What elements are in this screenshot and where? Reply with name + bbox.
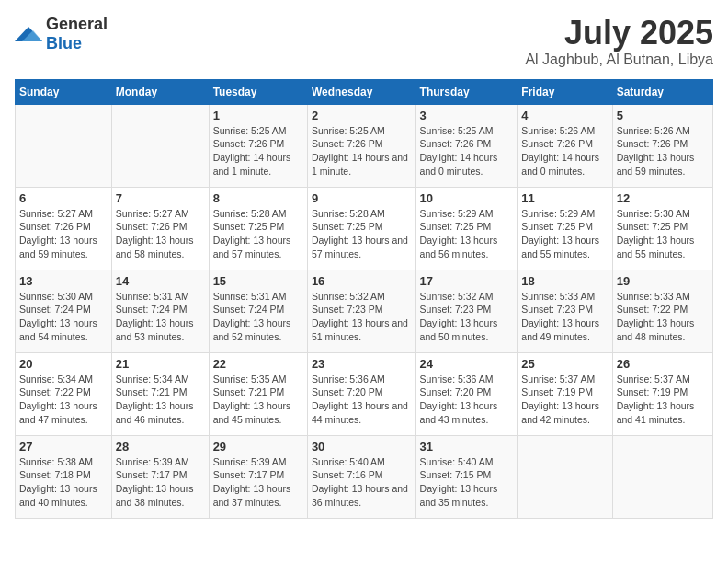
calendar-cell: 8Sunrise: 5:28 AM Sunset: 7:25 PM Daylig… — [209, 187, 307, 270]
calendar-cell: 9Sunrise: 5:28 AM Sunset: 7:25 PM Daylig… — [307, 187, 415, 270]
day-number: 9 — [312, 191, 412, 205]
day-number: 29 — [213, 440, 303, 454]
day-number: 13 — [19, 274, 108, 288]
page-header: General Blue July 2025 Al Jaghbub, Al Bu… — [15, 15, 713, 68]
calendar-cell: 29Sunrise: 5:39 AM Sunset: 7:17 PM Dayli… — [209, 435, 307, 518]
logo-blue: Blue — [46, 34, 82, 52]
calendar-title: July 2025 — [525, 15, 713, 52]
day-info: Sunrise: 5:33 AM Sunset: 7:22 PM Dayligh… — [617, 290, 709, 344]
day-number: 1 — [213, 109, 303, 122]
day-number: 12 — [617, 191, 709, 205]
calendar-cell: 3Sunrise: 5:25 AM Sunset: 7:26 PM Daylig… — [415, 104, 518, 187]
day-info: Sunrise: 5:26 AM Sunset: 7:26 PM Dayligh… — [617, 124, 709, 178]
calendar-cell: 5Sunrise: 5:26 AM Sunset: 7:26 PM Daylig… — [612, 104, 712, 187]
calendar-cell: 1Sunrise: 5:25 AM Sunset: 7:26 PM Daylig… — [209, 104, 307, 187]
calendar-table: SundayMondayTuesdayWednesdayThursdayFrid… — [15, 79, 713, 519]
calendar-cell: 15Sunrise: 5:31 AM Sunset: 7:24 PM Dayli… — [209, 270, 307, 352]
calendar-week-4: 20Sunrise: 5:34 AM Sunset: 7:22 PM Dayli… — [16, 352, 713, 435]
calendar-week-5: 27Sunrise: 5:38 AM Sunset: 7:18 PM Dayli… — [16, 435, 713, 518]
day-number: 19 — [617, 274, 709, 288]
calendar-cell: 22Sunrise: 5:35 AM Sunset: 7:21 PM Dayli… — [209, 352, 307, 435]
day-info: Sunrise: 5:37 AM Sunset: 7:19 PM Dayligh… — [617, 373, 709, 427]
day-info: Sunrise: 5:38 AM Sunset: 7:18 PM Dayligh… — [19, 455, 108, 510]
day-info: Sunrise: 5:32 AM Sunset: 7:23 PM Dayligh… — [312, 290, 412, 344]
day-info: Sunrise: 5:25 AM Sunset: 7:26 PM Dayligh… — [213, 124, 303, 178]
calendar-week-3: 13Sunrise: 5:30 AM Sunset: 7:24 PM Dayli… — [16, 270, 713, 352]
calendar-cell: 6Sunrise: 5:27 AM Sunset: 7:26 PM Daylig… — [16, 187, 112, 270]
calendar-cell: 24Sunrise: 5:36 AM Sunset: 7:20 PM Dayli… — [415, 352, 518, 435]
day-number: 26 — [617, 357, 709, 371]
day-info: Sunrise: 5:30 AM Sunset: 7:24 PM Dayligh… — [19, 290, 108, 344]
calendar-cell: 31Sunrise: 5:40 AM Sunset: 7:15 PM Dayli… — [415, 435, 518, 518]
day-info: Sunrise: 5:34 AM Sunset: 7:21 PM Dayligh… — [116, 373, 205, 427]
day-number: 8 — [213, 191, 303, 205]
logo: General Blue — [15, 15, 108, 53]
logo-icon — [15, 23, 42, 45]
day-number: 16 — [312, 274, 412, 288]
calendar-cell: 7Sunrise: 5:27 AM Sunset: 7:26 PM Daylig… — [111, 187, 209, 270]
calendar-cell: 18Sunrise: 5:33 AM Sunset: 7:23 PM Dayli… — [518, 270, 612, 352]
day-info: Sunrise: 5:31 AM Sunset: 7:24 PM Dayligh… — [116, 290, 205, 344]
day-info: Sunrise: 5:28 AM Sunset: 7:25 PM Dayligh… — [213, 207, 303, 261]
weekday-header-friday: Friday — [518, 79, 612, 104]
day-info: Sunrise: 5:36 AM Sunset: 7:20 PM Dayligh… — [312, 373, 412, 427]
day-info: Sunrise: 5:29 AM Sunset: 7:25 PM Dayligh… — [420, 207, 514, 261]
day-info: Sunrise: 5:36 AM Sunset: 7:20 PM Dayligh… — [420, 373, 514, 427]
day-info: Sunrise: 5:31 AM Sunset: 7:24 PM Dayligh… — [213, 290, 303, 344]
day-info: Sunrise: 5:34 AM Sunset: 7:22 PM Dayligh… — [19, 373, 108, 427]
day-number: 20 — [19, 357, 108, 371]
day-info: Sunrise: 5:27 AM Sunset: 7:26 PM Dayligh… — [116, 207, 205, 261]
day-info: Sunrise: 5:40 AM Sunset: 7:15 PM Dayligh… — [420, 455, 514, 510]
calendar-cell — [518, 435, 612, 518]
title-block: July 2025 Al Jaghbub, Al Butnan, Libya — [525, 15, 713, 68]
calendar-subtitle: Al Jaghbub, Al Butnan, Libya — [525, 52, 713, 68]
day-number: 3 — [420, 109, 514, 122]
calendar-body: 1Sunrise: 5:25 AM Sunset: 7:26 PM Daylig… — [16, 104, 713, 518]
calendar-cell: 28Sunrise: 5:39 AM Sunset: 7:17 PM Dayli… — [111, 435, 209, 518]
weekday-header-wednesday: Wednesday — [307, 79, 415, 104]
calendar-cell: 26Sunrise: 5:37 AM Sunset: 7:19 PM Dayli… — [612, 352, 712, 435]
day-info: Sunrise: 5:30 AM Sunset: 7:25 PM Dayligh… — [617, 207, 709, 261]
day-number: 30 — [312, 440, 412, 454]
calendar-cell: 11Sunrise: 5:29 AM Sunset: 7:25 PM Dayli… — [518, 187, 612, 270]
day-number: 31 — [420, 440, 514, 454]
calendar-cell: 19Sunrise: 5:33 AM Sunset: 7:22 PM Dayli… — [612, 270, 712, 352]
calendar-cell: 21Sunrise: 5:34 AM Sunset: 7:21 PM Dayli… — [111, 352, 209, 435]
day-number: 15 — [213, 274, 303, 288]
day-number: 23 — [312, 357, 412, 371]
day-info: Sunrise: 5:39 AM Sunset: 7:17 PM Dayligh… — [116, 455, 205, 510]
day-number: 7 — [116, 191, 205, 205]
day-info: Sunrise: 5:25 AM Sunset: 7:26 PM Dayligh… — [312, 124, 412, 178]
calendar-cell: 30Sunrise: 5:40 AM Sunset: 7:16 PM Dayli… — [307, 435, 415, 518]
calendar-cell: 25Sunrise: 5:37 AM Sunset: 7:19 PM Dayli… — [518, 352, 612, 435]
day-number: 2 — [312, 109, 412, 122]
weekday-header-saturday: Saturday — [612, 79, 712, 104]
calendar-cell: 13Sunrise: 5:30 AM Sunset: 7:24 PM Dayli… — [16, 270, 112, 352]
calendar-cell: 10Sunrise: 5:29 AM Sunset: 7:25 PM Dayli… — [415, 187, 518, 270]
logo-general: General — [46, 15, 108, 33]
day-number: 5 — [617, 109, 709, 122]
day-info: Sunrise: 5:37 AM Sunset: 7:19 PM Dayligh… — [521, 373, 608, 427]
logo-text: General Blue — [46, 15, 108, 53]
calendar-cell — [16, 104, 112, 187]
day-info: Sunrise: 5:27 AM Sunset: 7:26 PM Dayligh… — [19, 207, 108, 261]
day-number: 6 — [19, 191, 108, 205]
day-info: Sunrise: 5:29 AM Sunset: 7:25 PM Dayligh… — [521, 207, 608, 261]
day-number: 22 — [213, 357, 303, 371]
calendar-cell: 14Sunrise: 5:31 AM Sunset: 7:24 PM Dayli… — [111, 270, 209, 352]
day-info: Sunrise: 5:40 AM Sunset: 7:16 PM Dayligh… — [312, 455, 412, 510]
calendar-cell: 12Sunrise: 5:30 AM Sunset: 7:25 PM Dayli… — [612, 187, 712, 270]
day-number: 28 — [116, 440, 205, 454]
day-number: 10 — [420, 191, 514, 205]
day-info: Sunrise: 5:25 AM Sunset: 7:26 PM Dayligh… — [420, 124, 514, 178]
calendar-cell: 23Sunrise: 5:36 AM Sunset: 7:20 PM Dayli… — [307, 352, 415, 435]
calendar-header: SundayMondayTuesdayWednesdayThursdayFrid… — [16, 79, 713, 104]
calendar-week-2: 6Sunrise: 5:27 AM Sunset: 7:26 PM Daylig… — [16, 187, 713, 270]
calendar-cell — [612, 435, 712, 518]
weekday-header-tuesday: Tuesday — [209, 79, 307, 104]
day-info: Sunrise: 5:26 AM Sunset: 7:26 PM Dayligh… — [521, 124, 608, 178]
day-info: Sunrise: 5:32 AM Sunset: 7:23 PM Dayligh… — [420, 290, 514, 344]
weekday-header-thursday: Thursday — [415, 79, 518, 104]
day-number: 11 — [521, 191, 608, 205]
day-number: 14 — [116, 274, 205, 288]
